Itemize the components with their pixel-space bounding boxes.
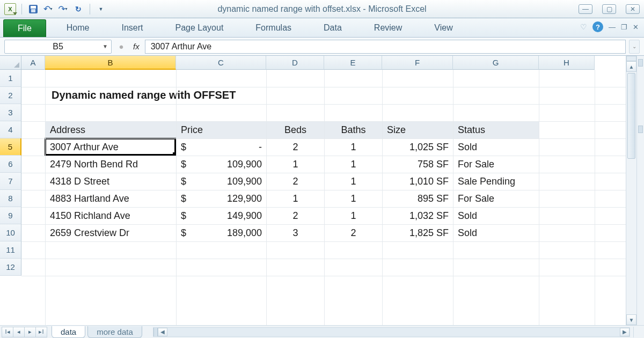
cell-size[interactable]: 895 SF	[383, 190, 453, 208]
cell-size[interactable]: 1,010 SF	[383, 173, 453, 190]
split-handle-top[interactable]	[626, 56, 636, 61]
row-header-8[interactable]: 8	[0, 190, 21, 207]
scroll-up-button[interactable]: ▲	[626, 61, 636, 72]
row-header-3[interactable]: 3	[0, 104, 21, 121]
cells-area[interactable]: Dynamic named range with OFFSET Address …	[21, 70, 626, 325]
cell-baths[interactable]: 1	[325, 173, 383, 190]
cell-size[interactable]: 1,825 SF	[383, 225, 453, 242]
cell-size[interactable]: 758 SF	[383, 156, 453, 173]
cell-size[interactable]: 1,025 SF	[383, 139, 453, 156]
sheet-nav-next[interactable]: ▸	[24, 327, 36, 337]
row-header-5[interactable]: 5	[0, 138, 21, 156]
undo-button[interactable]: ↶▼	[42, 3, 54, 15]
th-baths[interactable]: Baths	[325, 122, 383, 139]
col-header-A[interactable]: A	[21, 56, 45, 70]
cell-price[interactable]: $109,900	[177, 156, 267, 173]
cell-price[interactable]: $129,900	[177, 190, 267, 208]
formula-input[interactable]: 3007 Arthur Ave	[145, 40, 626, 54]
row-header-7[interactable]: 7	[0, 173, 21, 190]
refresh-button[interactable]: ↻	[72, 3, 84, 15]
redo-button[interactable]: ↶▼	[57, 3, 69, 15]
cell-address[interactable]: 4150 Richland Ave	[46, 208, 177, 225]
row-header-2[interactable]: 2	[0, 87, 21, 104]
vscroll-track[interactable]	[626, 72, 636, 314]
th-address[interactable]: Address	[46, 122, 177, 139]
cell-status[interactable]: For Sale	[453, 156, 539, 173]
cell-size[interactable]: 1,032 SF	[383, 208, 453, 225]
undo-dropdown-icon[interactable]: ▼	[49, 7, 53, 11]
col-header-F[interactable]: F	[382, 56, 453, 70]
close-button[interactable]: ✕	[626, 4, 640, 14]
cell-address[interactable]: 2479 North Bend Rd	[46, 156, 177, 173]
grid[interactable]: A B C D E F G H 123456789101112 Dynamic …	[0, 56, 626, 325]
tab-home[interactable]: Home	[61, 20, 95, 37]
row-header-11[interactable]: 11	[0, 241, 21, 259]
th-size[interactable]: Size	[383, 122, 453, 139]
cell-price[interactable]: $109,900	[177, 173, 267, 190]
row-header-1[interactable]: 1	[0, 70, 21, 87]
scroll-left-button[interactable]: ◀	[158, 328, 167, 336]
cell-beds[interactable]: 2	[267, 139, 325, 156]
tab-review[interactable]: Review	[369, 20, 407, 37]
vertical-scrollbar[interactable]: ▲ ▼	[626, 56, 636, 325]
tab-data[interactable]: Data	[318, 20, 347, 37]
th-price[interactable]: Price	[177, 122, 267, 139]
cell-status[interactable]: Sold	[453, 225, 539, 242]
row-header-10[interactable]: 10	[0, 224, 21, 241]
horizontal-scrollbar[interactable]: ◀ ▶	[153, 327, 630, 337]
row-header-9[interactable]: 9	[0, 207, 21, 224]
tab-page-layout[interactable]: Page Layout	[170, 20, 229, 37]
cell-beds[interactable]: 1	[267, 190, 325, 208]
select-all-corner[interactable]	[0, 56, 21, 70]
cell-address[interactable]: 3007 Arthur Ave	[46, 139, 177, 156]
cell-status[interactable]: Sold	[453, 208, 539, 225]
excel-logo-icon[interactable]: X	[4, 3, 16, 15]
cell-price[interactable]: $149,900	[177, 208, 267, 225]
minimize-button[interactable]: —	[579, 4, 592, 14]
cell-baths[interactable]: 1	[325, 190, 383, 208]
col-header-D[interactable]: D	[266, 56, 324, 70]
save-button[interactable]	[27, 3, 39, 15]
cell-price[interactable]: $189,000	[177, 225, 267, 242]
cell-baths[interactable]: 1	[325, 156, 383, 173]
cell-beds[interactable]: 2	[267, 173, 325, 190]
sheet-tab-active[interactable]: data	[52, 326, 85, 338]
maximize-button[interactable]: ▢	[602, 4, 616, 14]
sheet-nav-first[interactable]: І◂	[2, 327, 13, 337]
cell-status[interactable]: For Sale	[453, 190, 539, 208]
cell-status[interactable]: Sale Pending	[453, 173, 539, 190]
cell-price[interactable]: $-	[177, 139, 267, 156]
name-box[interactable]: B5 ▼	[4, 40, 112, 54]
file-tab[interactable]: File	[3, 19, 46, 37]
hscroll-track[interactable]	[167, 328, 620, 336]
tab-insert[interactable]: Insert	[116, 20, 148, 37]
ribbon-options-icon[interactable]: ♡	[580, 23, 587, 31]
col-header-G[interactable]: G	[453, 56, 539, 70]
cell-baths[interactable]: 2	[325, 225, 383, 242]
vscroll-thumb[interactable]	[627, 73, 635, 159]
cell-baths[interactable]: 1	[325, 208, 383, 225]
cell-baths[interactable]: 1	[325, 139, 383, 156]
row-header-4[interactable]: 4	[0, 121, 21, 138]
gutter-mark-mid[interactable]	[638, 126, 643, 133]
th-status[interactable]: Status	[453, 122, 539, 139]
expand-formula-bar-button[interactable]: ⌄	[629, 40, 640, 54]
workbook-close-button[interactable]: ✕	[633, 23, 639, 31]
cell-status[interactable]: Sold	[453, 139, 539, 156]
cell-beds[interactable]: 2	[267, 208, 325, 225]
row-header-12[interactable]: 12	[0, 259, 21, 276]
col-header-H[interactable]: H	[539, 56, 595, 70]
cell-beds[interactable]: 1	[267, 156, 325, 173]
sheet-tab-other[interactable]: more data	[87, 326, 142, 338]
col-header-C[interactable]: C	[176, 56, 266, 70]
cell-address[interactable]: 2659 Crestview Dr	[46, 225, 177, 242]
col-header-E[interactable]: E	[324, 56, 382, 70]
sheet-nav-prev[interactable]: ◂	[13, 327, 25, 337]
th-beds[interactable]: Beds	[267, 122, 325, 139]
scroll-right-button[interactable]: ▶	[620, 328, 630, 336]
cell-beds[interactable]: 3	[267, 225, 325, 242]
cell-address[interactable]: 4883 Hartland Ave	[46, 190, 177, 208]
tab-formulas[interactable]: Formulas	[250, 20, 297, 37]
cancel-formula-button[interactable]: ●	[115, 40, 128, 53]
col-header-B[interactable]: B	[45, 56, 176, 70]
